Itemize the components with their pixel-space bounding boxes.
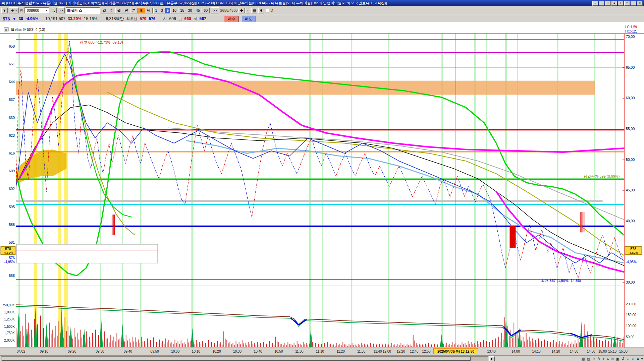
stock-code-field[interactable]: ▾ — [24, 7, 49, 13]
sell-button[interactable]: 매도 — [241, 16, 256, 22]
svg-text:-4,62%: -4,62% — [3, 251, 13, 254]
scroll-right-button[interactable]: ▶ — [489, 356, 495, 361]
maximize-icon[interactable]: □ — [605, 1, 611, 6]
box-tool-icon[interactable]: ▣ — [616, 357, 619, 361]
settings-button[interactable]: ✱ — [258, 8, 264, 13]
interval-button-45[interactable]: 45 — [194, 8, 202, 13]
svg-text:09:50: 09:50 — [151, 350, 159, 353]
interval-button-60[interactable]: 60 — [202, 8, 210, 13]
svg-text:150,00: 150,00 — [626, 313, 636, 317]
unit-combo[interactable]: 주 ▾ — [9, 7, 19, 13]
svg-text:15:30: 15:30 — [619, 350, 628, 353]
svg-text:09:20: 09:20 — [68, 350, 76, 353]
open-label: 시 — [163, 16, 167, 21]
high-label: 고 — [178, 16, 182, 21]
chevron-down-icon[interactable]: ▾ — [46, 9, 47, 12]
pattern-icon[interactable]: ▧ — [587, 357, 590, 361]
period-button-year[interactable]: 년 — [123, 8, 130, 13]
svg-text:최저 567 (1,59%, 14:56): 최저 567 (1,59%, 14:56) — [541, 279, 581, 283]
period-button-day[interactable]: 일 — [101, 8, 108, 13]
close-icon[interactable]: × — [637, 1, 643, 6]
app-icon: ▣ — [1, 1, 5, 5]
low-label: 저 — [194, 16, 197, 21]
line-style-button[interactable]: ≈ — [246, 8, 250, 13]
panel-collapse-icon[interactable]: ▾ — [641, 357, 643, 361]
interval-button-30[interactable]: 30 — [186, 8, 194, 13]
draw-icon[interactable]: ✎ — [597, 357, 600, 361]
grid-icon[interactable]: ▦ — [582, 357, 585, 361]
interval-button-group: 1 3 5 10 15 30 45 60 — [154, 8, 210, 13]
zoom-out-icon[interactable]: ⊖ — [627, 357, 630, 361]
svg-text:최고 660 (-12,73%, 09:18): 최고 660 (-12,73%, 09:18) — [80, 40, 123, 44]
svg-text:637: 637 — [9, 98, 15, 102]
svg-text:568: 568 — [9, 274, 15, 278]
auto-scale-icon[interactable]: A — [637, 357, 639, 361]
svg-text:당일종가 599 (0,99%): 당일종가 599 (0,99%) — [584, 174, 620, 178]
svg-text:14:10: 14:10 — [532, 350, 541, 353]
stock-code-input[interactable] — [26, 8, 45, 13]
horizontal-scrollbar[interactable] — [1, 356, 488, 361]
turnover-ratio: 33.29% — [68, 16, 82, 21]
svg-text:40,00: 40,00 — [626, 219, 635, 223]
svg-text:15:00: 15:00 — [598, 350, 607, 353]
svg-text:100,00: 100,00 — [626, 324, 636, 328]
chart-mode-button[interactable]: ▼ — [1, 8, 8, 13]
period-button-week[interactable]: 주 — [108, 8, 116, 13]
stock-name-field[interactable]: 윌비스 — [66, 7, 100, 14]
d-checkbox[interactable] — [266, 9, 269, 12]
unit-combo-value: 주 — [11, 8, 14, 12]
period-button-tick[interactable]: 틱 — [145, 8, 153, 13]
status-bar: ▶ ▦ ▧ ◇ ✎ T ≈ ⊞ ▣ ↺ ⊖ ⊕ A ▾ — [0, 355, 644, 362]
theme-icon[interactable]: T — [618, 1, 624, 6]
interval-button-1[interactable]: 1 — [153, 8, 159, 13]
dock-icon[interactable]: ▲ — [611, 1, 617, 6]
svg-text:2025/04/03(목) 13:12:50: 2025/04/03(목) 13:12:50 — [437, 350, 474, 353]
svg-text:10:20: 10:20 — [212, 350, 221, 353]
chevron-down-icon: ▾ — [15, 9, 17, 12]
alert-button[interactable]: ♪ ▾ — [58, 7, 65, 13]
price-change-pct: -4.95% — [25, 16, 38, 21]
interval-button-15[interactable]: 15 — [178, 8, 186, 13]
interval-button-3[interactable]: 3 — [159, 8, 165, 13]
svg-text:12:00: 12:00 — [383, 350, 391, 353]
svg-text:11:30: 11:30 — [357, 350, 366, 353]
scrollbar-thumb[interactable] — [2, 357, 471, 361]
svg-text:45,00: 45,00 — [626, 188, 635, 192]
buy-button[interactable]: 매수 — [224, 16, 239, 22]
print-button[interactable]: ▤ — [251, 8, 257, 13]
svg-text:14:00: 14:00 — [512, 350, 520, 353]
zoom-in-icon[interactable]: ⊕ — [632, 357, 635, 361]
svg-text:11:40: 11:40 — [374, 350, 382, 353]
text-tool-icon[interactable]: T — [602, 357, 605, 361]
interval-button-5[interactable]: 5 — [165, 8, 171, 13]
svg-text:04/02: 04/02 — [17, 350, 25, 353]
svg-text:578: 578 — [630, 247, 636, 251]
svg-text:14:50: 14:50 — [587, 350, 595, 353]
period-button-month[interactable]: 월 — [115, 8, 123, 13]
bar-counter: 2658/4500 — [220, 8, 237, 12]
wave-tool-icon[interactable]: ≈ — [607, 357, 609, 361]
period-button-minute[interactable]: 분 — [130, 8, 138, 13]
svg-text:HC:-12,: HC:-12, — [625, 29, 637, 33]
current-price: 576 — [3, 16, 10, 21]
low-value: 567 — [200, 16, 206, 21]
svg-text:12:20: 12:20 — [396, 350, 405, 353]
chart-canvas[interactable]: 6586516446376306236166096025955885815687… — [0, 22, 644, 355]
help-icon[interactable]: ? — [624, 1, 630, 6]
diamond-tool-icon[interactable]: ◇ — [592, 357, 595, 361]
float-ratio: 15.16% — [84, 16, 98, 21]
svg-text:60,00: 60,00 — [626, 96, 635, 100]
interval-button-10[interactable]: 10 — [170, 8, 178, 13]
minimize-icon[interactable]: − — [599, 1, 604, 6]
count-combo[interactable]: 5 ▾ — [211, 7, 219, 13]
collapse-icon[interactable]: − — [631, 1, 636, 6]
reset-icon[interactable]: ↺ — [621, 357, 624, 361]
search-button[interactable] — [50, 8, 57, 13]
svg-text:70,00: 70,00 — [626, 35, 635, 39]
period-button-second[interactable]: 초 — [138, 8, 145, 13]
compare-icon[interactable]: ⊞ — [611, 357, 614, 361]
pin-icon[interactable]: ▪ — [592, 1, 598, 6]
svg-text:609: 609 — [9, 169, 15, 173]
svg-text:-4,62%: -4,62% — [628, 251, 639, 254]
crosshair-button[interactable]: ✚ — [238, 8, 244, 13]
